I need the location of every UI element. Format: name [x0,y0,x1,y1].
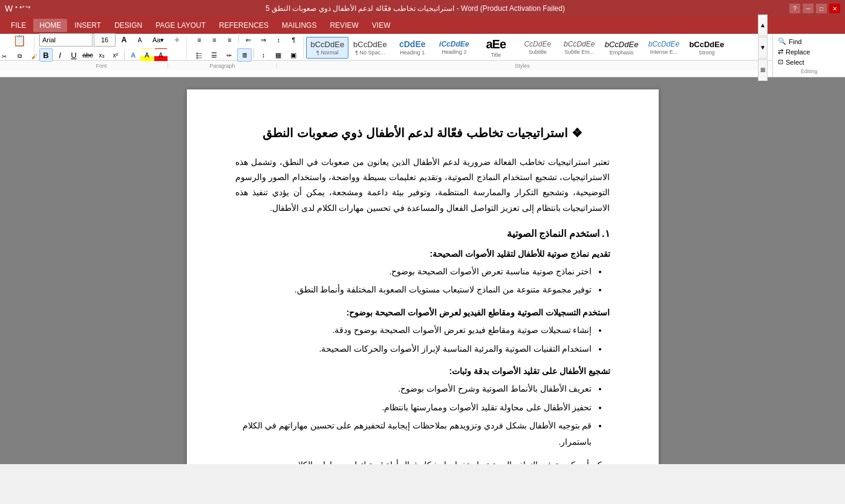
highlight-color-button[interactable]: A [140,48,154,62]
doc-list1: اختر نماذج صوتية مناسبة تعرض الأصوات الص… [235,263,610,298]
underline-button[interactable]: U [67,48,80,62]
replace-button[interactable]: ⇄ Replace [775,47,843,57]
window-title: 5 استراتيجيات تخاطب فعّالة لدعم الأطفال … [41,4,789,13]
change-case-button[interactable]: Aa▾ [148,33,168,47]
font-size-input[interactable]: 16 [94,33,116,47]
decrease-indent-button[interactable]: ⇐ [241,33,255,47]
doc-heading1: ١. استخدم النماذج الصوتية [235,228,610,239]
menu-review[interactable]: REVIEW [324,19,364,32]
list-item: قم بتوجيه الأطفال بشكل فردي وتزويدهم بمل… [235,418,592,450]
doc-list2: إنشاء تسجيلات صوتية ومقاطع فيديو تعرض ال… [235,322,610,357]
paste-button[interactable]: 📋 [8,32,30,49]
show-hide-button[interactable]: ¶ [286,33,301,47]
font-color-button[interactable]: A [154,48,168,62]
style-nospace[interactable]: bCcDdEe ¶ No Spac... [349,37,391,59]
styles-scroll-up[interactable]: ▲ [758,15,768,36]
maximize-button[interactable]: □ [816,4,827,13]
multilevel-list-button[interactable]: ≡ [222,33,237,47]
bold-button[interactable]: B [39,48,53,62]
list-item: إنشاء تسجيلات صوتية ومقاطع فيديو تعرض ال… [235,322,592,338]
menu-pagelayout[interactable]: PAGE LAYOUT [149,19,212,32]
doc-subheading3: تشجيع الأطفال على تقليد الأصوات بدقة وثب… [235,366,610,376]
menu-insert[interactable]: INSERT [68,19,107,32]
menu-file[interactable]: FILE [5,19,32,32]
cut-button[interactable]: ✂ [0,50,11,63]
superscript-button[interactable]: x² [109,48,122,62]
paragraph-group: ≡ ≡ ≡ ⇐ ⇒ ↕ ¶ ⬱ ☰ ⬰ [189,37,304,59]
list-item: تحفيز الأطفال على محاولة تقليد الأصوات و… [235,399,592,416]
subscript-button[interactable]: x₂ [95,48,108,62]
doc-subheading1: تقديم نماذج صوتية للأطفال لتقليد الأصوات… [235,249,610,259]
justify-button[interactable]: ≣ [237,48,252,62]
text-effect-button[interactable]: A [126,48,140,62]
align-left-button[interactable]: ⬱ [192,48,206,62]
style-heading2[interactable]: iCcDdEe Heading 2 [434,37,475,59]
menu-home[interactable]: HOME [33,19,67,32]
clear-formatting-button[interactable]: ✧ [169,33,184,47]
style-subtle-em[interactable]: bCcDdEe Subtle Em... [559,37,600,59]
style-intense-e[interactable]: bCcDdEe Intense E... [643,37,684,59]
doc-list3: تعريف الأطفال بالأنماط الصوتية وشرح الأص… [235,381,610,450]
find-button[interactable]: 🔍 Find [775,36,843,47]
font-section-label: Font [35,63,168,69]
doc-intro-para: تعتبر استراتيجيات تخاطب الفعالة ضرورية ل… [235,155,610,216]
app-icon: W [5,4,13,13]
replace-icon: ⇄ [778,48,783,56]
list-item: توفير مجموعة متنوعة من النماذج لاستيعاب … [235,282,592,298]
style-title[interactable]: aЕe Title [475,37,517,59]
menu-design[interactable]: DESIGN [108,19,148,32]
borders-button[interactable]: ▣ [286,48,301,62]
styles-scroll-down[interactable]: ▼ [758,37,768,59]
title-bar: W ▪ ↩ ↪ 5 استراتيجيات تخاطب فعّالة لدعم … [0,0,845,17]
style-emphasis[interactable]: bCcDdEe Emphasis [601,37,643,59]
right-panel: 🔍 Find ⇄ Replace ⊡ Select Editing [772,34,845,77]
style-heading1[interactable]: cDdEe Heading 1 [392,37,433,59]
document-page: ❖ استراتيجيات تخاطب فعّالة لدعم الأطفال … [187,89,659,464]
doc-subheading2: استخدم التسجيلات الصوتية ومقاطع الفيديو … [235,308,610,317]
bullets-button[interactable]: ≡ [192,33,206,47]
line-spacing-button[interactable]: ↕ [256,48,270,62]
italic-button[interactable]: I [53,48,67,62]
grow-font-button[interactable]: A [117,33,131,47]
minimize-button[interactable]: ─ [803,4,814,13]
menu-references[interactable]: REFERENCES [213,19,275,32]
editing-label: Editing [775,68,843,74]
close-button[interactable]: ✕ [829,4,840,13]
copy-button[interactable]: ⧉ [12,50,27,63]
style-normal[interactable]: bCcDdEe ¶ Normal [306,37,348,59]
numbering-button[interactable]: ≡ [207,33,221,47]
style-subtitle[interactable]: CcDdEe Subtitle [517,37,558,59]
center-button[interactable]: ☰ [207,48,221,62]
increase-indent-button[interactable]: ⇒ [256,33,270,47]
shrink-font-button[interactable]: A [132,33,147,47]
sort-button[interactable]: ↕ [271,33,285,47]
ribbon-section-labels: Font Paragraph Styles [0,60,772,70]
document-area: ❖ استراتيجيات تخاطب فعّالة لدعم الأطفال … [0,77,845,464]
list-item: تعريف الأطفال بالأنماط الصوتية وشرح الأص… [235,381,592,397]
align-right-button[interactable]: ⬰ [222,48,237,62]
list-item: استخدام التقنيات الصوتية والمرئية المناس… [235,341,592,357]
menu-view[interactable]: VIEW [366,19,397,32]
ribbon-toolbar: 📋 ✂ ⧉ 🖌 Arial 16 A [0,34,772,60]
font-name-input[interactable]: Arial [39,33,93,47]
doc-title: ❖ استراتيجيات تخاطب فعّالة لدعم الأطفال … [235,126,610,140]
menu-mailings[interactable]: MAILINGS [276,19,322,32]
font-group: Arial 16 A A Aa▾ ✧ B I U abc x₂ [37,37,187,59]
help-button[interactable]: ? [789,4,800,13]
ribbon: 📋 ✂ ⧉ 🖌 Arial 16 A [0,34,845,77]
quick-access: ▪ ↩ ↪ [15,4,30,13]
paragraph-section-label: Paragraph [168,63,277,69]
shading-button[interactable]: ▦ [271,48,285,62]
list-item: اختر نماذج صوتية مناسبة تعرض الأصوات الص… [235,263,592,280]
find-icon: 🔍 [778,37,786,45]
select-button[interactable]: ⊡ Select [775,57,843,67]
select-icon: ⊡ [778,58,783,66]
styles-section-label: Styles [277,63,768,69]
style-strong[interactable]: bCcDdEe Strong [685,37,728,59]
clipboard-group: 📋 ✂ ⧉ 🖌 [5,37,34,59]
doc-last-para: يمكن أن يكون توفير النماذج الصوتية واستخ… [235,457,610,465]
menu-bar: FILE HOME INSERT DESIGN PAGE LAYOUT REFE… [0,17,845,34]
strikethrough-button[interactable]: abc [81,48,94,62]
